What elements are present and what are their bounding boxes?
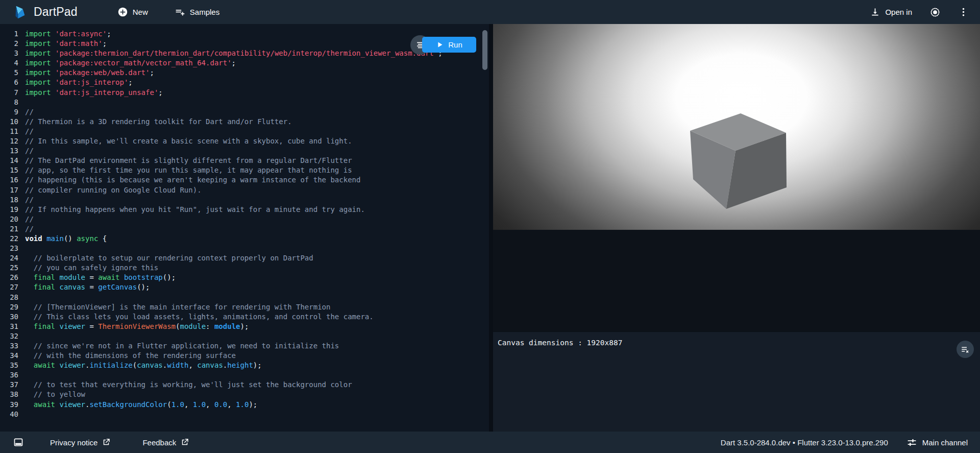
- code-token[interactable]: final: [34, 322, 55, 330]
- code-line[interactable]: 9//: [0, 107, 489, 117]
- code-line[interactable]: 35 await viewer.initialize(canvas.width,…: [0, 361, 489, 370]
- code-token[interactable]: [25, 361, 34, 369]
- code-token[interactable]: :: [206, 322, 214, 330]
- code-line[interactable]: 23: [0, 244, 489, 253]
- code-line[interactable]: 6import 'dart:js_interop';: [0, 78, 489, 87]
- code-token[interactable]: [25, 380, 34, 389]
- code-token[interactable]: ;: [103, 39, 107, 47]
- code-text[interactable]: void main() async {: [25, 234, 107, 244]
- code-text[interactable]: final canvas = getCanvas();: [25, 282, 150, 292]
- code-line[interactable]: 8: [0, 98, 489, 107]
- code-line[interactable]: 4import 'package:vector_math/vector_math…: [0, 58, 489, 68]
- code-token[interactable]: [51, 39, 55, 47]
- code-text[interactable]: // Thermion is a 3D rendering toolkit fo…: [25, 117, 292, 127]
- code-token[interactable]: //: [25, 215, 34, 223]
- code-token[interactable]: 'dart:math': [55, 39, 103, 47]
- code-token[interactable]: );: [249, 400, 257, 409]
- code-text[interactable]: import 'package:thermion_dart/thermion_d…: [25, 49, 443, 58]
- code-token[interactable]: bootstrap: [124, 273, 163, 281]
- code-token[interactable]: [25, 283, 34, 291]
- code-token[interactable]: import: [25, 49, 51, 57]
- code-text[interactable]: //: [25, 107, 34, 117]
- code-text[interactable]: // This class lets you load assets, ligh…: [25, 312, 374, 322]
- code-token[interactable]: ;: [107, 30, 111, 38]
- code-token[interactable]: ThermionViewerWasm: [98, 322, 176, 330]
- code-token[interactable]: [25, 313, 34, 321]
- code-text[interactable]: await viewer.initialize(canvas.width, ca…: [25, 361, 262, 370]
- code-token[interactable]: [51, 59, 55, 67]
- code-line[interactable]: 14// The DartPad environment is slightly…: [0, 156, 489, 165]
- code-token[interactable]: [51, 88, 55, 97]
- code-line[interactable]: 30 // This class lets you load assets, l…: [0, 312, 489, 322]
- code-token[interactable]: main: [46, 234, 64, 243]
- code-text[interactable]: final module = await bootstrap();: [25, 273, 176, 282]
- code-text[interactable]: // with the dimensions of the rendering …: [25, 351, 236, 361]
- code-token[interactable]: module: [180, 322, 206, 330]
- code-token[interactable]: ;: [150, 68, 154, 77]
- code-token[interactable]: await: [34, 400, 55, 409]
- code-token[interactable]: module: [214, 322, 240, 330]
- code-token[interactable]: (: [133, 361, 137, 369]
- code-token[interactable]: 1.0: [172, 400, 184, 409]
- code-token[interactable]: viewer: [59, 322, 85, 330]
- code-token[interactable]: (: [167, 400, 171, 409]
- code-token[interactable]: // since we're not in a Flutter applicat…: [34, 342, 339, 350]
- code-token[interactable]: );: [240, 322, 249, 330]
- code-text[interactable]: // If nothing happens when you hit "Run"…: [25, 205, 365, 214]
- code-line[interactable]: 10// Thermion is a 3D rendering toolkit …: [0, 117, 489, 127]
- code-token[interactable]: [51, 49, 55, 57]
- channel-selector[interactable]: Main channel: [906, 437, 968, 448]
- code-token[interactable]: 'package:thermion_dart/thermion_dart/com…: [55, 49, 438, 57]
- code-text[interactable]: import 'package:vector_math/vector_math_…: [25, 58, 236, 68]
- code-token[interactable]: width: [167, 361, 188, 369]
- code-line[interactable]: 27 final canvas = getCanvas();: [0, 282, 489, 292]
- code-token[interactable]: final: [34, 283, 55, 291]
- code-text[interactable]: // boilerplate to setup our rendering co…: [25, 253, 313, 263]
- code-line[interactable]: 24 // boilerplate to setup our rendering…: [0, 253, 489, 263]
- code-token[interactable]: module: [59, 273, 85, 281]
- code-token[interactable]: //: [25, 147, 34, 155]
- code-token[interactable]: import: [25, 39, 51, 47]
- code-token[interactable]: initialize: [89, 361, 132, 369]
- code-text[interactable]: // The DartPad environment is slightly d…: [25, 156, 352, 165]
- panel-splitter[interactable]: [489, 24, 493, 432]
- code-text[interactable]: // to test that everything is working, w…: [25, 380, 352, 390]
- code-token[interactable]: ,: [188, 361, 197, 369]
- privacy-notice-link[interactable]: Privacy notice: [50, 438, 111, 447]
- code-token[interactable]: // This class lets you load assets, ligh…: [34, 313, 374, 321]
- code-token[interactable]: import: [25, 59, 51, 67]
- code-token[interactable]: ,: [184, 400, 193, 409]
- code-line[interactable]: 15// app, so the first time you run this…: [0, 165, 489, 175]
- code-line[interactable]: 20//: [0, 214, 489, 224]
- console-toggle-button[interactable]: [13, 437, 23, 447]
- code-line[interactable]: 39 await viewer.setBackgroundColor(1.0, …: [0, 400, 489, 410]
- code-token[interactable]: 'package:vector_math/vector_math_64.dart…: [55, 59, 232, 67]
- code-token[interactable]: // [ThermionViewer] is the main interfac…: [34, 303, 331, 311]
- code-token[interactable]: [51, 78, 55, 86]
- code-token[interactable]: //: [25, 127, 34, 135]
- code-line[interactable]: 25 // you can safely ignore this: [0, 263, 489, 273]
- code-token[interactable]: import: [25, 88, 51, 97]
- code-line[interactable]: 19// If nothing happens when you hit "Ru…: [0, 205, 489, 214]
- code-token[interactable]: // with the dimensions of the rendering …: [34, 351, 236, 360]
- code-token[interactable]: ;: [158, 88, 162, 97]
- code-editor[interactable]: 1import 'dart:async';2import 'dart:math'…: [0, 24, 489, 432]
- code-token[interactable]: // compiler running on Google Cloud Run)…: [25, 186, 202, 194]
- code-line[interactable]: 18//: [0, 195, 489, 205]
- code-text[interactable]: // [ThermionViewer] is the main interfac…: [25, 302, 330, 312]
- code-text[interactable]: // compiler running on Google Cloud Run)…: [25, 185, 202, 195]
- code-token[interactable]: .: [163, 361, 167, 369]
- overflow-menu-icon[interactable]: [958, 7, 969, 17]
- code-line[interactable]: 31 final viewer = ThermionViewerWasm(mod…: [0, 322, 489, 331]
- code-text[interactable]: // In this sample, we'll create a basic …: [25, 136, 352, 146]
- code-token[interactable]: import: [25, 68, 51, 77]
- editor-scrollbar-thumb[interactable]: [482, 30, 487, 70]
- code-token[interactable]: // If nothing happens when you hit "Run"…: [25, 205, 365, 213]
- code-token[interactable]: //: [25, 196, 34, 204]
- code-line[interactable]: 26 final module = await bootstrap();: [0, 273, 489, 282]
- code-token[interactable]: height: [227, 361, 253, 369]
- code-token[interactable]: 0.0: [214, 400, 227, 409]
- code-token[interactable]: ,: [227, 400, 236, 409]
- code-token[interactable]: [25, 322, 34, 330]
- code-token[interactable]: // you can safely ignore this: [34, 264, 158, 272]
